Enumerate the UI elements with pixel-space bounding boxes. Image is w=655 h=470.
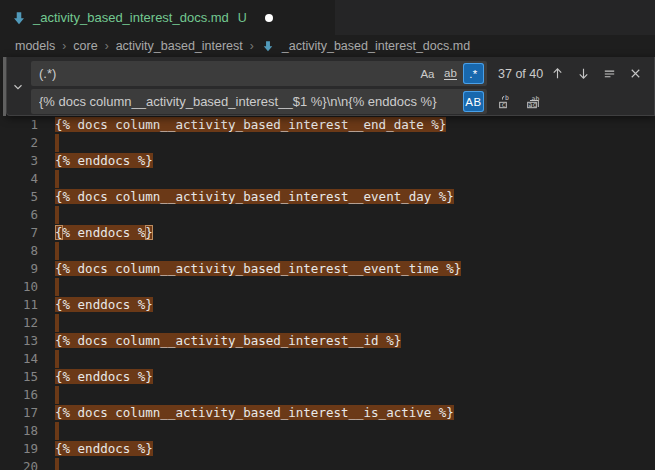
find-in-selection-button[interactable]: [598, 63, 620, 85]
editor-code-line[interactable]: {% docs column__activity_based_interest_…: [55, 404, 454, 422]
editor-line: 6: [0, 206, 655, 224]
editor-code-line[interactable]: {% docs column__activity_based_interest_…: [55, 260, 461, 278]
find-match-current[interactable]: {% enddocs %}: [55, 225, 153, 240]
unsaved-changes-dot[interactable]: [265, 14, 273, 22]
match-case-toggle[interactable]: Aa: [417, 63, 438, 84]
find-input[interactable]: (.*) Aa ab .*: [31, 61, 487, 86]
editor-line: 9{% docs column__activity_based_interest…: [0, 260, 655, 278]
find-match-highlight[interactable]: {% docs column__activity_based_interest_…: [55, 333, 401, 348]
editor-line: 12: [0, 314, 655, 332]
editor-code-line[interactable]: {% enddocs %}: [55, 296, 153, 314]
line-number: 1: [0, 116, 38, 134]
editor-code-line[interactable]: [55, 386, 59, 404]
find-match-highlight[interactable]: {% docs column__activity_based_interest_…: [55, 117, 446, 132]
line-number: 14: [0, 350, 38, 368]
line-number: 9: [0, 260, 38, 278]
editor-code-line[interactable]: {% docs column__activity_based_interest_…: [55, 332, 401, 350]
toggle-replace-chevron-icon[interactable]: [9, 78, 27, 96]
breadcrumb-item-core[interactable]: core: [73, 39, 97, 53]
match-count: 37 of 40: [498, 67, 543, 81]
replace-all-icon[interactable]: ab ac: [522, 91, 544, 113]
line-number: 15: [0, 368, 38, 386]
line-number: 2: [0, 134, 38, 152]
editor-code-line[interactable]: {% docs column__activity_based_interest_…: [55, 188, 454, 206]
chevron-right-icon: ›: [250, 39, 254, 53]
markdown-file-icon: [12, 11, 26, 25]
find-match-highlight[interactable]: {% enddocs %}: [55, 369, 153, 384]
editor-line: 11{% enddocs %}: [0, 296, 655, 314]
find-nav-buttons: [546, 63, 646, 85]
editor-tab-bar: _activity_based_interest_docs.md U: [0, 0, 655, 35]
preserve-case-toggle[interactable]: AB: [463, 91, 484, 112]
line-number: 19: [0, 440, 38, 458]
editor-code-line[interactable]: [55, 314, 59, 332]
editor-line: 20: [0, 458, 655, 470]
line-number: 5: [0, 188, 38, 206]
breadcrumb-item-activity-based-interest[interactable]: activity_based_interest: [116, 39, 243, 53]
editor-code-line[interactable]: [55, 206, 59, 224]
editor-line: 19{% enddocs %}: [0, 440, 655, 458]
editor-code-line[interactable]: {% enddocs %}: [55, 440, 153, 458]
line-number: 13: [0, 332, 38, 350]
replace-input[interactable]: {% docs column__activity_based_interest_…: [31, 89, 487, 114]
svg-text:b: b: [505, 94, 509, 102]
editor-area: 1{% docs column__activity_based_interest…: [0, 57, 655, 470]
match-case-label: Aa: [420, 68, 434, 80]
find-match-highlight[interactable]: {% docs column__activity_based_interest_…: [55, 405, 454, 420]
zero-width-match-highlight: [55, 242, 59, 260]
replace-icon[interactable]: b c: [494, 91, 516, 113]
git-status-badge: U: [238, 11, 247, 25]
previous-match-button[interactable]: [546, 63, 568, 85]
svg-text:ac: ac: [529, 100, 537, 108]
close-icon[interactable]: [624, 63, 646, 85]
editor-code-line[interactable]: [55, 170, 59, 188]
find-match-highlight[interactable]: {% docs column__activity_based_interest_…: [55, 261, 461, 276]
zero-width-match-highlight: [55, 206, 59, 224]
editor-code-line[interactable]: {% enddocs %}: [55, 224, 153, 242]
tab-activity-based-interest-docs[interactable]: _activity_based_interest_docs.md U: [0, 0, 335, 35]
editor-code-line[interactable]: [55, 278, 59, 296]
tab-filename: _activity_based_interest_docs.md: [33, 10, 229, 25]
zero-width-match-highlight: [55, 134, 59, 152]
editor-code-line[interactable]: {% enddocs %}: [55, 368, 153, 386]
line-number: 18: [0, 422, 38, 440]
find-match-highlight[interactable]: {% enddocs %}: [55, 153, 153, 168]
find-match-highlight[interactable]: {% docs column__activity_based_interest_…: [55, 189, 454, 204]
replace-row: {% docs column__activity_based_interest_…: [31, 89, 544, 114]
editor-code-line[interactable]: {% docs column__activity_based_interest_…: [55, 116, 446, 134]
line-number: 16: [0, 386, 38, 404]
editor-line: 5{% docs column__activity_based_interest…: [0, 188, 655, 206]
zero-width-match-highlight: [55, 278, 59, 296]
editor-code-line[interactable]: [55, 134, 59, 152]
find-match-highlight[interactable]: {% enddocs %}: [55, 441, 153, 456]
find-input-value[interactable]: (.*): [39, 66, 415, 81]
editor-code-line[interactable]: [55, 242, 59, 260]
line-number: 20: [0, 458, 38, 470]
editor-code-line[interactable]: [55, 350, 59, 368]
editor-line: 10: [0, 278, 655, 296]
chevron-right-icon: ›: [62, 39, 66, 53]
editor-code-line[interactable]: [55, 422, 59, 440]
editor-line: 14: [0, 350, 655, 368]
next-match-button[interactable]: [572, 63, 594, 85]
match-text[interactable]: % enddocs %: [63, 225, 146, 240]
editor-line: 3{% enddocs %}: [0, 152, 655, 170]
find-row: (.*) Aa ab .* 37 of 40: [31, 61, 646, 86]
replace-input-value[interactable]: {% docs column__activity_based_interest_…: [39, 94, 461, 109]
editor-line: 18: [0, 422, 655, 440]
zero-width-match-highlight: [55, 314, 59, 332]
replace-buttons: b c ab ac: [494, 91, 544, 113]
breadcrumb-item-models[interactable]: models: [15, 39, 55, 53]
whole-word-toggle[interactable]: ab: [440, 63, 461, 84]
find-widget-resize-sash[interactable]: [3, 57, 6, 116]
breadcrumb-item-file[interactable]: _activity_based_interest_docs.md: [282, 39, 470, 53]
line-number: 12: [0, 314, 38, 332]
editor-line: 2: [0, 134, 655, 152]
editor-code-line[interactable]: [55, 458, 59, 470]
regex-toggle[interactable]: .*: [463, 63, 484, 84]
find-match-highlight[interactable]: {% enddocs %}: [55, 297, 153, 312]
bracket-match-close[interactable]: }: [145, 225, 153, 240]
editor-code-line[interactable]: {% enddocs %}: [55, 152, 153, 170]
bracket-match-open[interactable]: {: [55, 225, 63, 240]
zero-width-match-highlight: [55, 458, 59, 470]
